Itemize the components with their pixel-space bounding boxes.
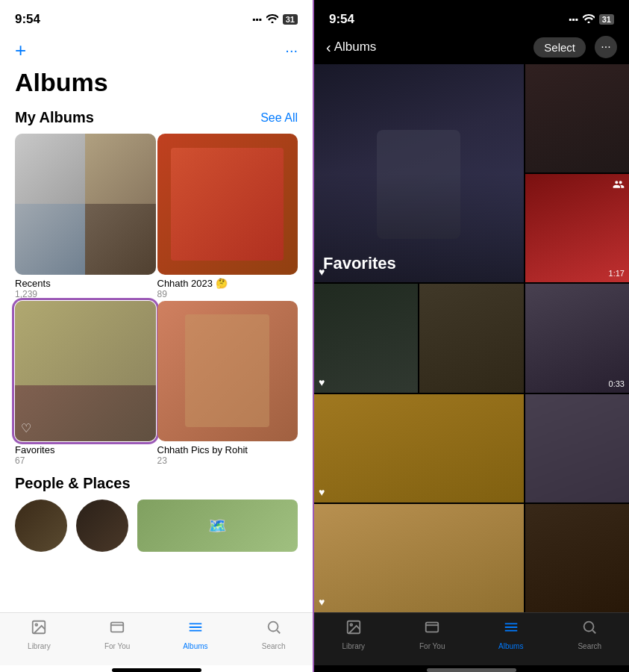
svg-point-1 — [36, 623, 38, 626]
photo-cell-1[interactable]: Favorites ♥ — [314, 64, 524, 282]
album-title-overlay-text: Favorites — [323, 254, 396, 273]
bottom-nav-left: Library For You Albums Search — [0, 612, 313, 665]
people-icon-3 — [613, 178, 625, 193]
album-chhath-rohit[interactable]: Chhath Pics by Rohit 23 — [157, 301, 298, 467]
people-places-title: People & Places — [15, 475, 298, 492]
foryou-icon — [109, 619, 125, 640]
album-count-chhath-rohit: 23 — [157, 455, 298, 466]
album-chhath2023[interactable]: Chhath 2023 🤔 89 — [157, 134, 298, 299]
status-bar-left: 9:54 ▪▪▪ 31 — [0, 0, 313, 33]
nav-label-foryou: For You — [104, 642, 130, 650]
albums-icon — [187, 619, 204, 640]
back-chevron-icon: ‹ — [326, 39, 331, 56]
search-icon-nav-right — [581, 619, 598, 640]
top-bar-left: + ··· — [0, 33, 313, 68]
album-nav-bar: ‹ Albums Select ··· — [314, 33, 629, 64]
photo-heart-9: ♥ — [319, 596, 325, 608]
wifi-icon — [266, 14, 278, 25]
nav-albums-right[interactable]: Albums — [489, 619, 533, 650]
see-all-button[interactable]: See All — [260, 111, 298, 125]
photo-cell-7[interactable]: ♥ — [314, 394, 524, 503]
nav-foryou[interactable]: For You — [95, 619, 140, 650]
add-button[interactable]: + — [15, 39, 26, 62]
signal-icon: ▪▪▪ — [252, 14, 262, 25]
nav-label-albums: Albums — [183, 642, 207, 650]
album-title-overlay: Favorites — [314, 64, 524, 282]
albums-icon-right — [503, 619, 519, 640]
places-map-thumb[interactable]: 🗺️ — [137, 500, 298, 552]
svg-point-7 — [584, 622, 594, 632]
nav-label-library-right: Library — [342, 642, 365, 650]
page-title: Albums — [0, 68, 313, 103]
bottom-nav-right: Library For You Albums Search — [314, 612, 629, 665]
album-name-chhath-rohit: Chhath Pics by Rohit — [157, 444, 298, 455]
photos-grid: Favorites ♥ 1:17 ♥ — [314, 64, 629, 612]
status-time-right: 9:54 — [329, 12, 354, 27]
people-places-section: People & Places 🗺️ — [0, 466, 313, 552]
photo-duration-3: 1:17 — [609, 269, 625, 278]
photo-cell-3[interactable]: 1:17 — [525, 174, 629, 282]
my-albums-header: My Albums See All — [0, 103, 313, 134]
back-label: Albums — [334, 40, 377, 55]
more-options-button[interactable]: ··· — [285, 42, 298, 59]
my-albums-title: My Albums — [15, 109, 94, 126]
signal-icon-right: ▪▪▪ — [569, 14, 578, 25]
wifi-icon-right — [583, 14, 595, 25]
nav-label-search: Search — [262, 642, 286, 650]
nav-foryou-right[interactable]: For You — [410, 619, 454, 650]
album-count-chhath2023: 89 — [157, 289, 298, 299]
album-recents[interactable]: Recents 1,239 — [15, 134, 156, 299]
album-thumb-chhath2023 — [157, 134, 298, 275]
status-bar-right: 9:54 ▪▪▪ 31 — [314, 0, 629, 33]
photo-cell-8[interactable] — [525, 394, 629, 503]
album-count-recents: 1,239 — [15, 289, 156, 299]
nav-label-foryou-right: For You — [419, 642, 445, 650]
battery-icon-left: 31 — [283, 14, 298, 25]
nav-library-right[interactable]: Library — [331, 619, 376, 650]
nav-label-search-right: Search — [578, 642, 601, 650]
photo-cell-9[interactable]: ♥ — [314, 504, 524, 612]
svg-rect-2 — [111, 623, 124, 632]
photos-content: Favorites ♥ 1:17 ♥ — [314, 64, 629, 612]
photo-cell-10[interactable] — [525, 504, 629, 612]
album-favorites[interactable]: ♡ Favorites 67 — [15, 301, 156, 467]
album-thumb-favorites: ♡ — [15, 301, 156, 442]
album-name-recents: Recents — [15, 278, 156, 289]
photo-cell-6[interactable]: 0:33 — [525, 284, 629, 392]
svg-point-3 — [268, 622, 278, 632]
more-button[interactable]: ··· — [595, 36, 617, 58]
status-icons-left: ▪▪▪ 31 — [252, 14, 298, 25]
person-avatar-2[interactable] — [76, 500, 128, 552]
photo-cell-4[interactable]: ♥ — [314, 284, 418, 392]
album-name-favorites: Favorites — [15, 444, 156, 455]
status-icons-right: ▪▪▪ 31 — [569, 14, 614, 25]
photo-heart-1: ♥ — [319, 266, 325, 278]
select-button[interactable]: Select — [533, 37, 586, 57]
search-icon-nav — [266, 619, 282, 640]
nav-albums[interactable]: Albums — [173, 619, 218, 650]
heart-badge: ♡ — [21, 421, 31, 435]
nav-label-library: Library — [28, 642, 51, 650]
nav-library[interactable]: Library — [16, 619, 61, 650]
nav-label-albums-right: Albums — [498, 642, 523, 650]
home-indicator-right — [427, 668, 516, 672]
albums-grid: Recents 1,239 Chhath 2023 🤔 89 ♡ Favor — [0, 134, 313, 466]
photo-heart-7: ♥ — [319, 486, 325, 498]
home-indicator-left — [112, 668, 201, 672]
back-button[interactable]: ‹ Albums — [326, 39, 376, 56]
left-panel: 9:54 ▪▪▪ 31 + ··· Albums My Albums See A… — [0, 0, 314, 672]
svg-point-5 — [350, 623, 352, 626]
people-row: 🗺️ — [15, 500, 298, 552]
album-thumb-recents — [15, 134, 156, 275]
person-avatar-1[interactable] — [15, 500, 67, 552]
photo-duration-6: 0:33 — [609, 379, 625, 388]
nav-search[interactable]: Search — [251, 619, 296, 650]
nav-search-right[interactable]: Search — [567, 619, 612, 650]
right-panel: 9:54 ▪▪▪ 31 ‹ Albums Select ··· — [314, 0, 629, 672]
photo-cell-5[interactable] — [419, 284, 523, 392]
photo-cell-2[interactable] — [525, 64, 629, 172]
album-thumb-chhath-rohit — [157, 301, 298, 442]
status-time-left: 9:54 — [15, 12, 40, 27]
library-icon-right — [345, 619, 362, 640]
album-count-favorites: 67 — [15, 455, 156, 466]
